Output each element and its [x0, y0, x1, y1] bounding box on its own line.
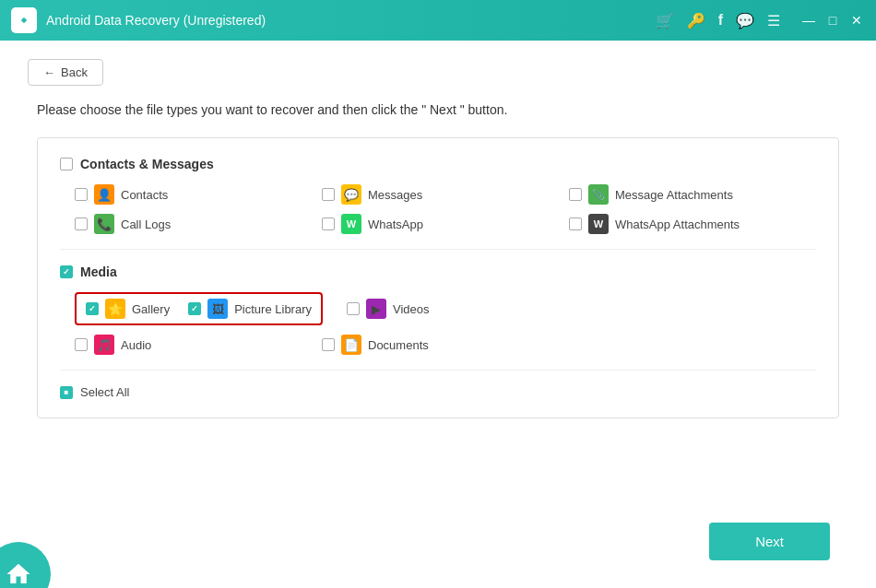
- documents-icon: 📄: [341, 335, 361, 355]
- documents-checkbox[interactable]: [322, 338, 335, 351]
- select-all-label: Select All: [80, 385, 129, 399]
- chat-icon[interactable]: 💬: [736, 12, 754, 29]
- audio-label: Audio: [121, 338, 151, 352]
- facebook-icon[interactable]: f: [718, 12, 723, 29]
- contacts-label: Contacts: [121, 188, 168, 202]
- media-section-header[interactable]: Media: [60, 265, 816, 279]
- messages-label: Messages: [368, 188, 422, 202]
- media-checkbox[interactable]: [60, 265, 73, 278]
- calllogs-checkbox[interactable]: [75, 218, 88, 230]
- contacts-messages-label: Contacts & Messages: [80, 157, 214, 171]
- cart-icon[interactable]: 🛒: [656, 12, 674, 29]
- msg-attach-icon: 📎: [588, 184, 609, 205]
- wa-attach-label: WhatsApp Attachments: [615, 218, 740, 231]
- app-icon: [11, 7, 37, 33]
- gallery-icon: ⭐: [105, 299, 125, 319]
- maximize-button[interactable]: □: [824, 12, 841, 29]
- messages-icon: 💬: [341, 184, 361, 205]
- messages-checkbox[interactable]: [322, 188, 335, 201]
- picture-library-icon: 🖼: [207, 299, 228, 319]
- section-divider-2: [60, 370, 816, 370]
- next-button[interactable]: Next: [709, 523, 830, 560]
- app-title: Android Data Recovery (Unregistered): [46, 13, 656, 28]
- msg-attach-item[interactable]: 📎 Message Attachments: [569, 184, 816, 205]
- calllogs-item[interactable]: 📞 Call Logs: [75, 214, 322, 234]
- menu-icon[interactable]: ☰: [767, 12, 780, 29]
- titlebar: Android Data Recovery (Unregistered) 🛒 🔑…: [0, 0, 876, 41]
- videos-icon: ▶: [366, 299, 386, 319]
- calllogs-label: Call Logs: [121, 218, 171, 231]
- gallery-item[interactable]: ⭐ Gallery: [86, 299, 170, 319]
- highlighted-row: ⭐ Gallery 🖼 Picture Library: [75, 292, 323, 325]
- close-button[interactable]: ✕: [848, 12, 865, 29]
- videos-label: Videos: [393, 302, 430, 316]
- contacts-messages-section-header[interactable]: Contacts & Messages: [60, 157, 816, 171]
- picture-library-label: Picture Library: [234, 302, 312, 316]
- audio-item[interactable]: 🎵 Audio: [75, 335, 322, 355]
- gallery-label: Gallery: [132, 302, 170, 316]
- key-icon[interactable]: 🔑: [687, 12, 705, 29]
- home-icon: [5, 560, 32, 588]
- msg-attach-checkbox[interactable]: [569, 188, 582, 201]
- msg-attach-label: Message Attachments: [615, 188, 733, 202]
- videos-item[interactable]: ▶ Videos: [347, 299, 430, 319]
- documents-item[interactable]: 📄 Documents: [322, 335, 569, 355]
- main-content: ← Back Please choose the file types you …: [0, 41, 876, 588]
- audio-icon: 🎵: [94, 335, 114, 355]
- contacts-item[interactable]: 👤 Contacts: [75, 184, 322, 205]
- wa-attach-icon: W: [588, 214, 609, 234]
- select-all-checkbox[interactable]: [60, 386, 73, 399]
- back-arrow-icon: ←: [43, 65, 55, 79]
- contacts-messages-checkbox[interactable]: [60, 158, 73, 171]
- wa-attach-checkbox[interactable]: [569, 218, 582, 230]
- titlebar-controls: 🛒 🔑 f 💬 ☰ — □ ✕: [656, 12, 865, 29]
- file-type-panel: Contacts & Messages 👤 Contacts 💬 Message…: [37, 137, 839, 418]
- contacts-checkbox[interactable]: [75, 188, 88, 201]
- messages-item[interactable]: 💬 Messages: [322, 184, 569, 205]
- gallery-checkbox[interactable]: [86, 302, 99, 315]
- contacts-icon: 👤: [94, 184, 114, 205]
- home-circle[interactable]: [0, 542, 51, 588]
- window-buttons: — □ ✕: [800, 12, 865, 29]
- videos-checkbox[interactable]: [347, 302, 360, 315]
- whatsapp-checkbox[interactable]: [322, 218, 335, 230]
- audio-checkbox[interactable]: [75, 338, 88, 351]
- picture-library-item[interactable]: 🖼 Picture Library: [188, 299, 312, 319]
- back-label: Back: [61, 65, 88, 79]
- minimize-button[interactable]: —: [800, 12, 817, 29]
- calllogs-icon: 📞: [94, 214, 114, 234]
- contacts-messages-grid: 👤 Contacts 💬 Messages 📎 Message Attachme…: [75, 184, 816, 234]
- back-button[interactable]: ← Back: [28, 59, 103, 86]
- documents-label: Documents: [368, 338, 429, 352]
- whatsapp-icon: W: [341, 214, 361, 234]
- instruction-text: Please choose the file types you want to…: [28, 102, 848, 117]
- wa-attach-item[interactable]: W WhatsApp Attachments: [569, 214, 816, 234]
- media-items-normal: 🎵 Audio 📄 Documents: [75, 335, 816, 355]
- whatsapp-item[interactable]: W WhatsApp: [322, 214, 569, 234]
- select-all-item[interactable]: Select All: [60, 385, 816, 399]
- picture-library-checkbox[interactable]: [188, 302, 201, 315]
- media-label: Media: [80, 265, 117, 279]
- whatsapp-label: WhatsApp: [368, 218, 423, 231]
- section-divider: [60, 249, 816, 250]
